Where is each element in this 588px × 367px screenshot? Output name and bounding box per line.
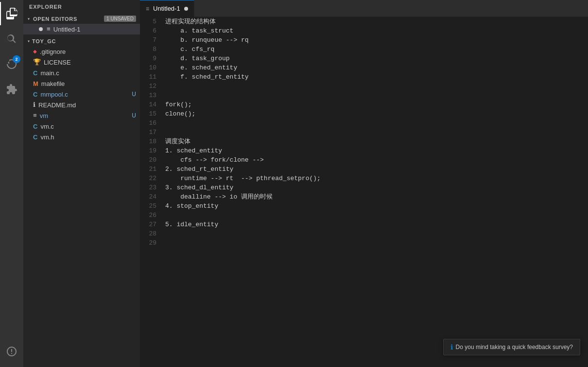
code-line-28	[165, 229, 588, 238]
feedback-info-icon: ℹ	[450, 343, 453, 351]
filename-makefile: makefile	[41, 80, 136, 87]
file-mmpoolc[interactable]: C mmpool.c U	[23, 89, 140, 100]
file-icon-untitled: ≡	[47, 26, 51, 33]
filename-vm: vm	[40, 112, 129, 119]
mmpool-modified-label: U	[132, 91, 136, 98]
code-line-5: 进程实现的结构体	[165, 17, 588, 26]
filename-gitignore: .gitignore	[40, 48, 136, 55]
vm-modified-label: U	[132, 112, 136, 119]
filename-readme: README.md	[38, 101, 136, 109]
code-line-15: clone();	[165, 109, 588, 118]
project-header[interactable]: ▾ TOY_GC	[23, 36, 140, 46]
tab-file-icon: ≡	[146, 5, 149, 12]
project-name: TOY_GC	[32, 38, 56, 44]
filename-license: LICENSE	[44, 59, 136, 66]
vmc-icon: C	[33, 123, 37, 130]
mmpoolc-icon: C	[33, 91, 37, 98]
filename-mmpoolc: mmpool.c	[40, 91, 129, 98]
open-editors-header[interactable]: ▾ OPEN EDITORS 1 UNSAVED	[23, 14, 140, 24]
files-activity-icon[interactable]: 1	[0, 2, 23, 25]
sidebar: EXPLORER ▾ OPEN EDITORS 1 UNSAVED ≡ Unti…	[23, 0, 140, 367]
code-line-10: e. sched_entity	[165, 63, 588, 72]
code-line-11: f. sched_rt_entity	[165, 72, 588, 82]
tab-modified-dot	[184, 7, 188, 11]
unsaved-badge: 1 UNSAVED	[104, 16, 136, 22]
code-line-21: 2. sched_rt_entity	[165, 165, 588, 174]
code-line-6: a. task_struct	[165, 26, 588, 35]
editor-area: ≡ Untitled-1 5 6 7 8 9 10 11 12 13 14 15…	[140, 0, 588, 367]
filename-vmc: vm.c	[40, 123, 136, 130]
code-line-23: 3. sched_dl_entity	[165, 183, 588, 192]
tab-untitled[interactable]: ≡ Untitled-1	[140, 0, 194, 17]
git-icon: ◆	[33, 48, 37, 55]
file-vmc[interactable]: C vm.c	[23, 121, 140, 132]
code-content[interactable]: 进程实现的结构体 a. task_struct b. runqueue --> …	[163, 17, 588, 367]
code-line-8: c. cfs_rq	[165, 45, 588, 54]
extensions-activity-icon[interactable]	[0, 78, 23, 101]
open-file-untitled[interactable]: ≡ Untitled-1	[23, 24, 140, 34]
code-line-13	[165, 91, 588, 100]
code-line-25: 4. stop_entity	[165, 201, 588, 211]
code-line-26	[165, 211, 588, 220]
line-numbers: 5 6 7 8 9 10 11 12 13 14 15 16 17 18 19 …	[140, 17, 163, 367]
tab-name: Untitled-1	[153, 5, 180, 12]
project-chevron: ▾	[27, 38, 30, 44]
feedback-toast[interactable]: ℹ Do you mind taking a quick feedback su…	[443, 339, 580, 355]
vmh-icon: C	[33, 133, 37, 141]
vm-icon: ≡	[33, 112, 37, 119]
sidebar-title: EXPLORER	[23, 0, 140, 14]
code-line-16	[165, 118, 588, 128]
code-line-24: dealline --> io 调用的时候	[165, 192, 588, 201]
editor-content[interactable]: 5 6 7 8 9 10 11 12 13 14 15 16 17 18 19 …	[140, 17, 588, 367]
open-file-name: Untitled-1	[53, 26, 136, 33]
source-control-activity-icon[interactable]: 2	[0, 52, 23, 76]
search-activity-icon[interactable]	[0, 27, 23, 50]
code-line-19: 1. sched_entity	[165, 146, 588, 155]
feedback-text: Do you mind taking a quick feedback surv…	[456, 344, 573, 350]
tab-bar: ≡ Untitled-1	[140, 0, 588, 17]
code-line-14: fork();	[165, 100, 588, 109]
license-icon: 🏆	[33, 58, 41, 66]
file-makefile[interactable]: M makefile	[23, 78, 140, 89]
file-vmh[interactable]: C vm.h	[23, 132, 140, 142]
file-mainc[interactable]: C main.c	[23, 67, 140, 78]
code-line-7: b. runqueue --> rq	[165, 35, 588, 45]
remote-activity-icon[interactable]	[0, 340, 23, 363]
code-line-29	[165, 238, 588, 248]
filename-vmh: vm.h	[40, 133, 136, 141]
code-line-9: d. task_group	[165, 54, 588, 63]
code-line-18: 调度实体	[165, 137, 588, 146]
code-line-27: 5. idle_entity	[165, 220, 588, 229]
source-control-badge: 2	[13, 55, 20, 63]
file-readme[interactable]: ℹ README.md	[23, 100, 140, 110]
code-line-17	[165, 128, 588, 137]
modified-dot-icon	[39, 27, 43, 31]
filename-mainc: main.c	[40, 69, 136, 77]
code-line-20: cfs --> fork/clone -->	[165, 155, 588, 165]
readme-icon: ℹ	[33, 101, 35, 109]
code-line-12	[165, 82, 588, 91]
activity-bar: 1 2	[0, 0, 23, 367]
code-line-22: runtime --> rt --> pthread_setpro();	[165, 174, 588, 183]
file-gitignore[interactable]: ◆ .gitignore	[23, 46, 140, 57]
mainc-icon: C	[33, 69, 37, 77]
open-editors-label: OPEN EDITORS	[33, 16, 101, 22]
open-editors-chevron: ▾	[27, 16, 30, 22]
file-vm[interactable]: ≡ vm U	[23, 110, 140, 121]
file-license[interactable]: 🏆 LICENSE	[23, 57, 140, 67]
makefile-icon: M	[33, 80, 38, 87]
